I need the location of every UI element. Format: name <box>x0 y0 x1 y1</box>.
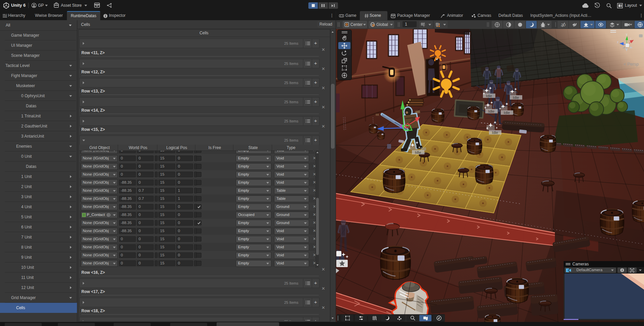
svg-text:Y: Y <box>423 25 425 27</box>
svg-text:Idle: Idle <box>513 96 519 100</box>
svg-text:z: z <box>617 40 619 44</box>
svg-text:y: y <box>626 33 628 36</box>
svg-text:Idle: Idle <box>504 111 510 115</box>
svg-text:Idle: Idle <box>486 94 492 98</box>
svg-text:Idle: Idle <box>488 109 495 113</box>
svg-text:< Persp: < Persp <box>623 62 639 67</box>
svg-text:x: x <box>630 37 632 40</box>
svg-text:Idle: Idle <box>492 131 498 135</box>
svg-text:Idle: Idle <box>415 150 421 154</box>
